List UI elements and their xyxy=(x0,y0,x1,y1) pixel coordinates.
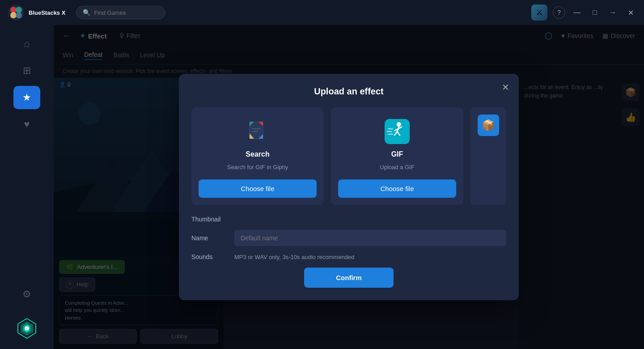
forward-button[interactable]: → xyxy=(606,6,619,19)
app-icon: ⚔ xyxy=(531,4,547,21)
svg-point-4 xyxy=(16,12,22,18)
sounds-hint: MP3 or WAV only, 3s-10s audio recommende… xyxy=(234,254,506,260)
search-card-title: Search xyxy=(246,150,269,158)
titlebar-actions: ⚔ ? — □ → ✕ xyxy=(531,4,637,21)
search-card-subtitle: Search for GIF in Giphy xyxy=(227,164,288,170)
brand-label: BlueStacks X xyxy=(29,9,65,16)
confirm-button[interactable]: Confirm xyxy=(304,268,394,288)
sounds-label: Sounds xyxy=(191,253,227,260)
restore-button[interactable]: □ xyxy=(589,6,601,19)
search-input[interactable] xyxy=(94,9,157,16)
svg-point-0 xyxy=(8,4,24,21)
star-icon: ★ xyxy=(22,92,31,103)
gif-upload-card: GIF Upload a GIF Choose file xyxy=(331,107,463,205)
modal-overlay: Upload an effect ✕ xyxy=(54,25,644,349)
gif-card-subtitle: Upload a GIF xyxy=(380,164,414,170)
svg-point-8 xyxy=(25,326,29,331)
name-field: Name xyxy=(191,230,506,246)
gif-card-title: GIF xyxy=(391,150,403,158)
sidebar-item-favorites[interactable]: ♥ xyxy=(13,113,40,136)
gif-choose-file-button[interactable]: Choose file xyxy=(338,179,456,198)
sounds-field: Sounds MP3 or WAV only, 3s-10s audio rec… xyxy=(191,253,506,260)
svg-point-3 xyxy=(10,12,17,18)
upload-cards-container: Search Search for GIF in Giphy Choose fi… xyxy=(191,107,506,205)
thumbnail-label: Thumbnail xyxy=(191,216,506,223)
svg-point-1 xyxy=(10,7,17,13)
sidebar-item-home[interactable]: ⌂ xyxy=(13,32,40,55)
thumbnail-section: Thumbnail xyxy=(191,216,506,223)
main-layout: ⌂ ⊞ ★ ♥ ⚙ ← ✦ Ef xyxy=(0,25,644,349)
home-icon: ⌂ xyxy=(24,38,30,50)
name-label: Name xyxy=(191,234,227,242)
help-button[interactable]: ? xyxy=(553,6,565,19)
close-button[interactable]: ✕ xyxy=(624,6,637,19)
svg-point-2 xyxy=(16,7,22,13)
sidebar-item-starred[interactable]: ★ xyxy=(13,86,40,109)
minimize-button[interactable]: — xyxy=(571,6,583,19)
bluestacks-gem-logo xyxy=(15,317,38,342)
bluestacks-logo xyxy=(7,4,25,21)
search-bar[interactable]: 🔍 xyxy=(76,6,165,19)
sidebar: ⌂ ⊞ ★ ♥ ⚙ xyxy=(0,25,54,349)
search-card-icon xyxy=(244,118,271,145)
library-icon: ⊞ xyxy=(23,65,31,77)
search-choose-file-button[interactable]: Choose file xyxy=(199,179,317,198)
sidebar-item-settings[interactable]: ⚙ xyxy=(13,283,40,306)
third-upload-card: 📦 xyxy=(470,107,506,205)
search-icon: 🔍 xyxy=(83,9,90,16)
titlebar: BlueStacks X 🔍 ⚔ ? — □ → ✕ xyxy=(0,0,644,25)
search-upload-card: Search Search for GIF in Giphy Choose fi… xyxy=(191,107,324,205)
content-area: ← ✦ Effect ⚲ Filter ⬡ ♥ Favorites ▦ Disc… xyxy=(54,25,644,349)
heart-icon: ♥ xyxy=(24,119,30,130)
settings-icon: ⚙ xyxy=(22,289,31,300)
modal-close-button[interactable]: ✕ xyxy=(499,81,512,94)
name-input[interactable] xyxy=(234,230,506,246)
upload-effect-modal: Upload an effect ✕ xyxy=(179,74,519,300)
gif-card-icon xyxy=(384,118,411,145)
sidebar-item-library[interactable]: ⊞ xyxy=(13,59,40,82)
modal-title: Upload an effect xyxy=(191,86,506,97)
